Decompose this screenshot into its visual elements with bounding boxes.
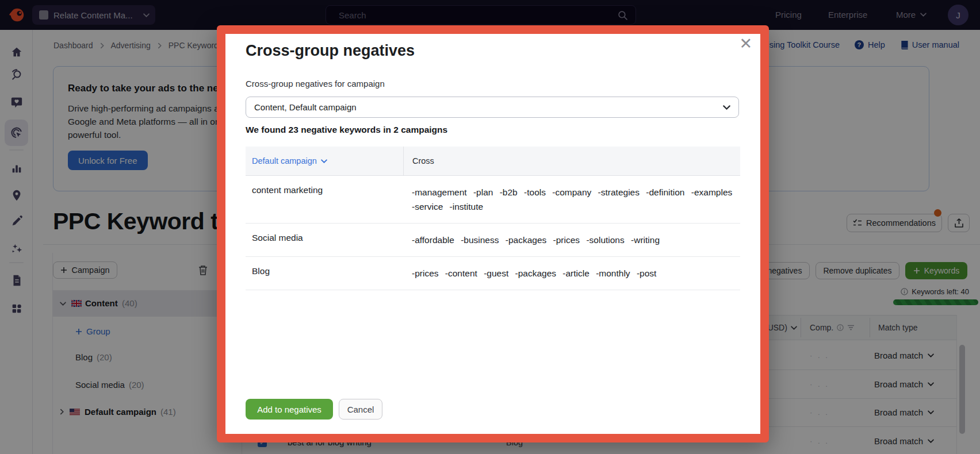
negative-keywords-cell: -prices -content -guest -packages -artic…: [403, 257, 740, 290]
group-name-cell: content marketing: [246, 176, 403, 223]
add-to-negatives-button[interactable]: Add to negatives: [246, 399, 333, 420]
cross-group-negatives-modal: ✕ Cross-group negatives Cross-group nega…: [217, 25, 769, 443]
close-icon[interactable]: ✕: [739, 36, 752, 52]
campaign-select-label: Cross-group negatives for campaign: [246, 79, 385, 89]
negative-keywords-cell: -affordable -business -packages -prices …: [403, 224, 740, 256]
cancel-button[interactable]: Cancel: [339, 399, 382, 420]
cross-column-header: Cross: [403, 147, 740, 175]
app-window: Relate Content Ma... Pricing Enterprise …: [0, 0, 980, 454]
negatives-row: Social media -affordable -business -pack…: [246, 224, 740, 257]
group-column-header-label: Default campaign: [252, 156, 317, 166]
modal-title: Cross-group negatives: [246, 42, 415, 60]
negatives-table-header: Default campaign Cross: [246, 147, 740, 176]
chevron-down-icon: [723, 105, 730, 110]
negatives-row: content marketing -management -plan -b2b…: [246, 176, 740, 224]
negative-keywords-cell: -management -plan -b2b -tools -company -…: [403, 176, 740, 223]
campaign-select[interactable]: Content, Default campaign: [246, 97, 739, 118]
chevron-down-icon: [321, 159, 327, 163]
negatives-table: Default campaign Cross content marketing…: [246, 147, 740, 290]
campaign-select-value: Content, Default campaign: [254, 102, 723, 112]
negatives-summary: We found 23 negative keywords in 2 campa…: [246, 125, 447, 135]
group-name-cell: Blog: [246, 257, 403, 290]
negatives-row: Blog -prices -content -guest -packages -…: [246, 257, 740, 290]
group-column-header[interactable]: Default campaign: [246, 147, 403, 175]
group-name-cell: Social media: [246, 224, 403, 256]
